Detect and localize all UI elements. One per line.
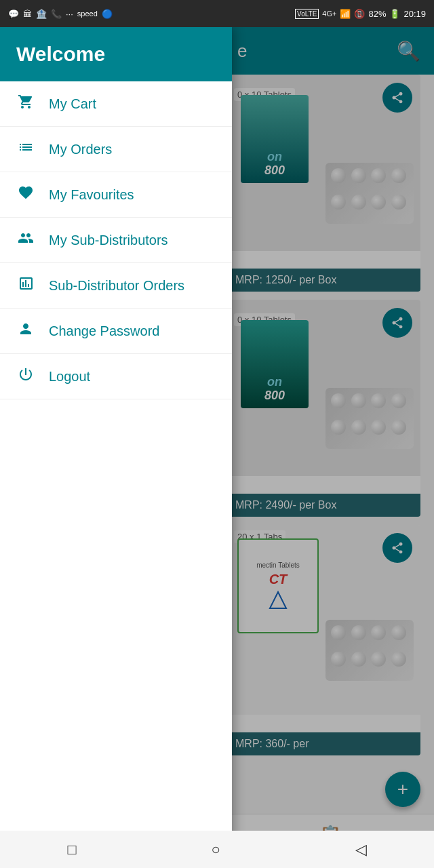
my-cart-label: My Cart	[49, 96, 96, 112]
system-nav-bar: □ ○ ◁	[0, 831, 434, 868]
distributors-icon	[16, 230, 35, 250]
status-icons-left: 💬 🏛 🏦 📞 ··· speed 🔵	[8, 9, 113, 19]
drawer-item-logout[interactable]: Logout	[0, 354, 232, 399]
drawer-menu: My Cart My Orders My Favourites	[0, 81, 232, 868]
my-orders-label: My Orders	[49, 142, 112, 157]
recent-apps-button[interactable]: □	[67, 841, 76, 859]
logout-icon	[16, 366, 35, 387]
drawer-item-my-sub-distributors[interactable]: My Sub-Distributors	[0, 218, 232, 263]
sub-orders-icon	[16, 275, 35, 296]
drawer-item-change-password[interactable]: Change Password	[0, 309, 232, 354]
navigation-drawer: Welcome My Cart My Orders	[0, 27, 232, 868]
my-sub-distributors-label: My Sub-Distributors	[49, 233, 168, 248]
drawer-item-my-cart[interactable]: My Cart	[0, 81, 232, 127]
bluetooth-icon: 🔵	[102, 9, 113, 19]
network-label: 4G+	[322, 9, 336, 18]
sub-distributor-orders-label: Sub-Distributor Orders	[49, 278, 184, 294]
drawer-title: Welcome	[16, 43, 105, 66]
volte-icon: VoLTE	[295, 9, 319, 19]
status-bar: 💬 🏛 🏦 📞 ··· speed 🔵 VoLTE 4G+ 📶 📵 82% 🔋 …	[0, 0, 434, 27]
wifi-off-icon: 📵	[354, 9, 365, 19]
battery-label: 82%	[368, 9, 386, 19]
drawer-item-my-favourites[interactable]: My Favourites	[0, 172, 232, 218]
status-icons-right: VoLTE 4G+ 📶 📵 82% 🔋 20:19	[295, 9, 426, 19]
home-button[interactable]: ○	[211, 841, 220, 859]
my-favourites-label: My Favourites	[49, 187, 134, 203]
time-label: 20:19	[403, 9, 426, 19]
bank1-icon: 🏛	[23, 9, 32, 19]
logout-label: Logout	[49, 369, 90, 384]
drawer-item-sub-distributor-orders[interactable]: Sub-Distributor Orders	[0, 263, 232, 309]
speed-label: speed	[77, 9, 98, 18]
whatsapp-icon: 💬	[8, 9, 19, 19]
cart-icon	[16, 94, 35, 114]
orders-icon	[16, 139, 35, 159]
more-icon: ···	[66, 9, 73, 19]
battery-icon: 🔋	[389, 9, 400, 19]
call-icon: 📞	[51, 9, 62, 19]
person-icon	[16, 321, 35, 341]
drawer-header: Welcome	[0, 27, 232, 81]
drawer-item-my-orders[interactable]: My Orders	[0, 127, 232, 172]
bank2-icon: 🏦	[36, 9, 47, 19]
change-password-label: Change Password	[49, 323, 159, 339]
signal-icon: 📶	[340, 9, 351, 19]
heart-icon	[16, 184, 35, 205]
back-button[interactable]: ◁	[355, 841, 367, 859]
